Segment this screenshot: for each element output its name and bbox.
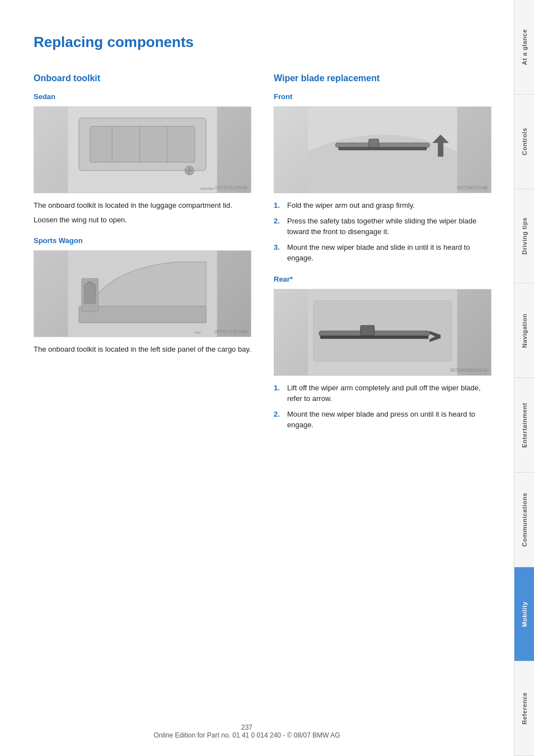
right-column: Wiper blade replacement Front bbox=[274, 73, 491, 440]
svg-rect-16 bbox=[336, 143, 430, 147]
sidebar-tab-driving-tips[interactable]: Driving tips bbox=[514, 189, 534, 284]
rear-wiper-steps: 1. Lift off the wiper arm completely and… bbox=[274, 382, 491, 431]
sidebar-tab-communications[interactable]: Communications bbox=[514, 473, 534, 567]
footer-text: Online Edition for Part no. 01 41 0 014 … bbox=[153, 731, 340, 739]
wiper-rear-image-label: 007WN6B254A6 bbox=[450, 367, 488, 373]
sedan-text1: The onboard toolkit is located in the lu… bbox=[34, 200, 251, 211]
onboard-toolkit-title: Onboard toolkit bbox=[34, 73, 251, 83]
sidebar-tab-label-entertainment: Entertainment bbox=[521, 403, 528, 447]
sidebar-tab-label-mobility: Mobility bbox=[521, 601, 528, 627]
page-footer: 237 Online Edition for Part no. 01 41 0 … bbox=[0, 724, 494, 739]
wiper-rear-image: 007WN6B254A6 bbox=[274, 289, 491, 376]
sidebar-tab-label-at-a-glance: At a glance bbox=[521, 29, 528, 65]
sidebar-tab-entertainment[interactable]: Entertainment bbox=[514, 378, 534, 473]
front-step-2: 2. Press the safety tabs together while … bbox=[274, 216, 491, 237]
wiper-front-image: 007ZW2314B bbox=[274, 106, 491, 193]
svg-rect-23 bbox=[320, 335, 428, 338]
sidebar-tab-label-driving-tips: Driving tips bbox=[521, 217, 528, 255]
sports-wagon-text1: The onboard toolkit is located in the le… bbox=[34, 344, 251, 355]
svg-text:xxxxxxx: xxxxxxx bbox=[200, 186, 214, 190]
sidebar: At a glance Controls Driving tips Naviga… bbox=[514, 0, 534, 756]
sidebar-tab-navigation[interactable]: Navigation bbox=[514, 283, 534, 378]
front-wiper-steps: 1. Fold the wiper arm out and grasp firm… bbox=[274, 200, 491, 264]
wiper-rear-section: Rear* bbox=[274, 275, 491, 431]
sports-wagon-section: Sports Wagon bbox=[34, 236, 251, 355]
page-title: Replacing components bbox=[34, 34, 491, 57]
svg-rect-17 bbox=[339, 147, 427, 150]
sidebar-tab-label-reference: Reference bbox=[521, 692, 528, 725]
wiper-front-image-label: 007ZW2314B bbox=[457, 185, 488, 190]
two-column-layout: Onboard toolkit Sedan bbox=[34, 73, 491, 440]
page-number: 237 bbox=[241, 724, 252, 731]
wiper-rear-subtitle: Rear* bbox=[274, 275, 491, 283]
svg-rect-18 bbox=[369, 139, 379, 147]
main-content: Replacing components Onboard toolkit Sed… bbox=[0, 0, 514, 756]
svg-rect-2 bbox=[90, 127, 195, 162]
wiper-blade-title: Wiper blade replacement bbox=[274, 73, 491, 83]
sidebar-tab-label-controls: Controls bbox=[521, 128, 528, 155]
sedan-text2: Loosen the wing nut to open. bbox=[34, 214, 251, 226]
rear-step-1: 1. Lift off the wiper arm completely and… bbox=[274, 382, 491, 404]
sidebar-tab-at-a-glance[interactable]: At a glance bbox=[514, 0, 534, 95]
svg-text:xxx: xxx bbox=[195, 330, 201, 334]
sports-wagon-image: xxx 007DY14C546 bbox=[34, 250, 251, 337]
page-container: Replacing components Onboard toolkit Sed… bbox=[0, 0, 534, 756]
sedan-image-label: 007DY124546 bbox=[215, 185, 247, 190]
sedan-subtitle: Sedan bbox=[34, 92, 251, 101]
sedan-image: xxxxxxx 007DY124546 bbox=[34, 106, 251, 193]
svg-rect-24 bbox=[360, 325, 374, 335]
left-column: Onboard toolkit Sedan bbox=[34, 73, 251, 440]
sidebar-tab-controls[interactable]: Controls bbox=[514, 95, 534, 189]
svg-rect-13 bbox=[85, 284, 96, 304]
front-step-1: 1. Fold the wiper arm out and grasp firm… bbox=[274, 200, 491, 211]
sidebar-tab-label-communications: Communications bbox=[521, 493, 528, 547]
sidebar-tab-reference[interactable]: Reference bbox=[514, 661, 534, 756]
sidebar-tab-mobility[interactable]: Mobility bbox=[514, 567, 534, 662]
wiper-front-subtitle: Front bbox=[274, 92, 491, 101]
front-step-3: 3. Mount the new wiper blade and slide i… bbox=[274, 242, 491, 264]
rear-step-2: 2. Mount the new wiper blade and press o… bbox=[274, 409, 491, 431]
sports-wagon-subtitle: Sports Wagon bbox=[34, 236, 251, 245]
wagon-image-label: 007DY14C546 bbox=[214, 329, 247, 334]
sidebar-tab-label-navigation: Navigation bbox=[521, 314, 528, 348]
